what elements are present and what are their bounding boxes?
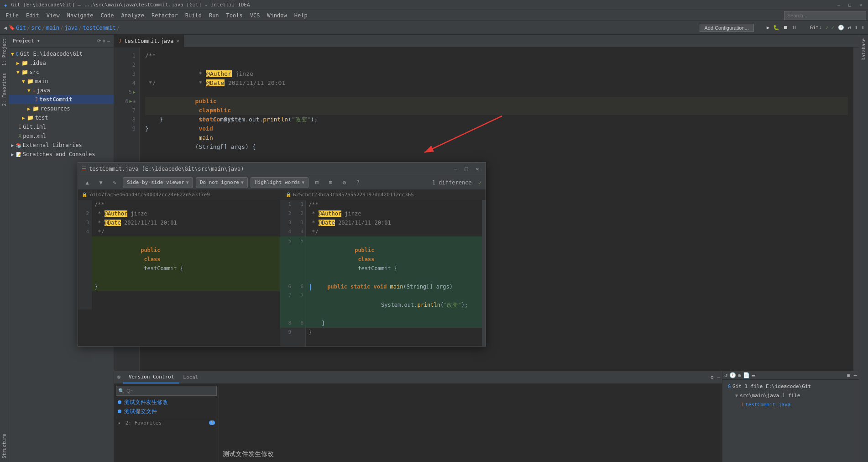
global-search-input[interactable] [784,11,866,20]
diff-split-icon[interactable]: ⊟ [311,177,322,188]
git-icon: G [728,384,731,389]
diff-left-line-4: 4 */ [78,227,280,236]
rp-history-icon[interactable]: 🕐 [729,372,736,378]
highlight-button[interactable]: Highlight words ▼ [251,177,309,188]
editor-scrollbar[interactable] [853,47,859,371]
diff-edit-icon[interactable]: ✎ [109,177,120,188]
diff-nav-down-icon[interactable]: ▼ [95,177,106,188]
run-button[interactable]: ▶ [767,25,770,31]
rp-grid-icon[interactable]: ⊞ [738,372,741,378]
tree-item-scratches[interactable]: ▶ 📝 Scratches and Consoles [9,150,114,159]
tab-version-control[interactable]: Version Control [123,371,179,383]
menu-file[interactable]: File [2,11,22,20]
rp-doc-icon[interactable]: 📄 [743,372,750,378]
tab-local[interactable]: Local [179,374,202,380]
tree-item-gitiml[interactable]: I Git.iml [9,122,114,131]
menu-view[interactable]: View [43,11,63,20]
menu-analyze[interactable]: Analyze [117,11,148,20]
nav-java[interactable]: java [64,25,78,31]
menu-navigate[interactable]: Navigate [63,11,97,20]
tree-item-pomxml[interactable]: X pom.xml [9,131,114,141]
tab-close-icon[interactable]: ✕ [176,38,179,43]
vc-item-normal[interactable]: 测试提交文件 [116,407,217,416]
tree-item-src[interactable]: ▼ 📁 src [9,68,114,77]
nav-main[interactable]: main [46,25,59,31]
diff-nav-up-icon[interactable]: ▲ [82,177,93,188]
diff-help-icon[interactable]: ? [352,177,363,188]
tree-item-external-libraries[interactable]: ▶ 📚 External Libraries [9,141,114,150]
rp-tree-src[interactable]: ▼ src\main\java 1 file [733,391,855,400]
menu-build[interactable]: Build [182,11,205,20]
tree-item-idea[interactable]: ▶ 📁 .idea [9,58,114,68]
tree-item-testcommit[interactable]: J testCommit [9,95,114,104]
diff-settings-icon[interactable]: ⚙ [339,177,350,188]
lock-left-icon: 🔒 [82,192,87,197]
vtab-favorites[interactable]: 2: Favorites [1,69,8,110]
window-title: Git [E:\ideacode\Git] – ...\src\main\jav… [11,2,250,8]
git-push-button[interactable]: ⬆ [855,25,858,31]
add-configuration-button[interactable]: Add Configuration... [700,24,754,32]
rp-collapse-icon[interactable]: — [854,372,857,378]
diff-accept-icon[interactable]: ✓ [478,179,482,186]
vc-commit-msg: 测试文件发生修改 [223,450,274,458]
menu-help[interactable]: Help [291,11,311,20]
git-undo-button[interactable]: ↺ [848,25,851,31]
vc-item-modified[interactable]: 测试文件发生修改 [116,398,217,407]
git-checkmark2[interactable]: ✓ [831,25,835,31]
diff-close-button[interactable]: ✕ [473,164,482,173]
menu-run[interactable]: Run [205,11,223,20]
tree-item-test[interactable]: ▶ 📁 test [9,113,114,122]
menu-tools[interactable]: Tools [223,11,246,20]
vc-search-input[interactable] [126,388,214,394]
menu-refactor[interactable]: Refactor [148,11,182,20]
diff-scrollbar[interactable] [482,200,486,346]
nav-back-icon[interactable]: ◀ [4,25,7,31]
vc-settings-icon[interactable]: ⚙ [709,373,716,382]
close-button[interactable]: ✕ [857,1,864,9]
git-history-button[interactable]: 🕐 [838,25,844,31]
vc-collapse-icon[interactable]: — [715,373,722,382]
git-checkmark1[interactable]: ✓ [826,25,829,31]
nav-git[interactable]: 🔖 [9,25,15,31]
vtab-database[interactable]: Database [860,35,867,64]
diff-maximize-button[interactable]: □ [462,164,471,173]
stop-button[interactable]: ⏹ [783,25,788,31]
side-by-side-button[interactable]: Side-by-side viewer ▼ [123,177,193,188]
tree-item-main[interactable]: ▼ 📁 main [9,77,114,86]
rp-git-label: Git 1 file E:\ideacode\Git [732,383,811,389]
sidebar-config-icon[interactable]: ⚙ [103,38,105,43]
rp-minus-icon[interactable]: ▬ [752,372,755,378]
vc-item-label-modified: 测试文件发生修改 [124,399,168,406]
tree-item-resources[interactable]: ▶ 📁 resources [9,104,114,113]
diff-columns-icon[interactable]: ⊞ [325,177,336,188]
vtab-structure[interactable]: Structure [1,430,8,462]
sidebar-collapse-icon[interactable]: — [107,38,110,43]
tree-item-java[interactable]: ▼ ☕ java [9,86,114,95]
diff-minimize-button[interactable]: — [451,164,460,173]
vc-item-badge[interactable]: ★ 2: Favorites 1 [116,418,217,427]
debug-button[interactable]: 🐛 [773,25,779,31]
rp-tree-file[interactable]: J testCommit.java [739,400,855,409]
tree-item-git-root[interactable]: ▼ G Git E:\ideacode\Git [9,49,114,58]
menu-code[interactable]: Code [97,11,118,20]
version-control-icon[interactable]: ⑨ [114,375,123,380]
ignore-label: Do not ignore [200,179,239,185]
right-panel-content: G Git 1 file E:\ideacode\Git ▼ src\main\… [722,380,859,411]
pause-button[interactable]: ⏸ [792,25,797,31]
tab-testcommit[interactable]: J testCommit.java ✕ [114,35,184,47]
menu-edit[interactable]: Edit [22,11,43,20]
nav-src[interactable]: src [31,25,41,31]
ignore-button[interactable]: Do not ignore ▼ [196,177,248,188]
vtab-project[interactable]: 1: Project [1,35,8,69]
nav-file[interactable]: testCommit [83,25,115,31]
rp-lines-icon[interactable]: ≡ [847,372,850,378]
minimize-button[interactable]: — [835,1,842,9]
menu-window[interactable]: Window [263,11,290,20]
rp-tree-git[interactable]: G Git 1 file E:\ideacode\Git [726,382,855,391]
menu-vcs[interactable]: VCS [246,11,264,20]
git-update-button[interactable]: ⬇ [861,25,864,31]
maximize-button[interactable]: □ [846,1,853,9]
nav-git-label[interactable]: Git [16,25,26,31]
sidebar-sync-icon[interactable]: ⟳ [97,38,101,43]
rp-undo-icon[interactable]: ↺ [724,372,727,378]
